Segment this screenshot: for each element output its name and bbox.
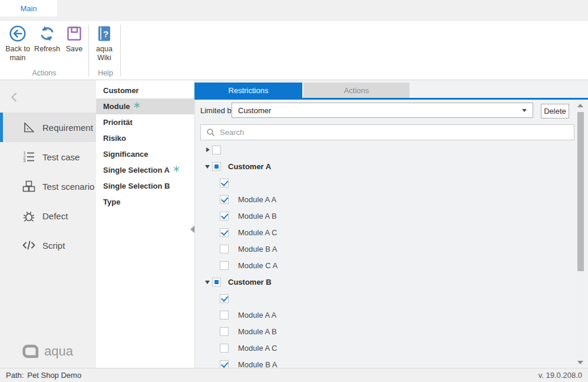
scrollbar-thumb[interactable] <box>577 112 584 271</box>
tree-item-label: Module A B <box>238 212 277 220</box>
tree-row-item-2[interactable] <box>194 174 574 191</box>
tree-row-customer-a[interactable]: Customer A <box>194 158 574 174</box>
field-list: CustomerModulePrioritätRisikoSignificanc… <box>96 80 194 368</box>
expander-icon <box>204 208 220 224</box>
checkbox[interactable] <box>220 179 229 187</box>
checkbox[interactable] <box>220 195 229 204</box>
sidebar-item-test-case[interactable]: 123 Test case <box>0 142 96 172</box>
field-item-priorität[interactable]: Priorität <box>96 114 194 130</box>
expander-icon[interactable] <box>204 274 212 290</box>
field-item-type[interactable]: Type <box>96 194 194 210</box>
field-item-label: Risiko <box>103 134 126 143</box>
sidebar-item-label: Test case <box>42 152 80 162</box>
tab-actions[interactable]: Actions <box>303 83 409 98</box>
vertical-scrollbar[interactable] <box>576 100 584 368</box>
sidebar: Requirement 123 Test case Test scenario … <box>0 80 96 368</box>
expander-icon <box>204 257 220 274</box>
status-path-label: Path: <box>6 371 24 380</box>
aqua-logo-icon <box>21 343 40 360</box>
field-item-label: Single Selection B <box>103 182 170 190</box>
checkbox[interactable] <box>220 228 229 237</box>
field-item-module[interactable]: Module <box>96 98 194 114</box>
tree-row-module-b-a[interactable]: Module B A <box>194 241 574 257</box>
field-item-significance[interactable]: Significance <box>96 146 194 162</box>
required-icon <box>134 102 140 108</box>
ribbon-group-separator <box>88 25 89 77</box>
tab-restrictions[interactable]: Restrictions <box>194 83 302 98</box>
search-input[interactable] <box>220 128 569 137</box>
checkbox[interactable] <box>220 261 229 270</box>
aqua-wiki-button[interactable]: ? aqua Wiki <box>91 25 118 62</box>
checkbox[interactable] <box>220 327 229 336</box>
aqua-wiki-label-line2: Wiki <box>97 54 111 62</box>
expander-icon <box>204 241 220 257</box>
test-scenario-icon <box>22 179 36 193</box>
expander-icon <box>204 323 220 340</box>
field-item-label: Single Selection A <box>103 166 170 174</box>
checkbox[interactable] <box>220 245 229 253</box>
save-button[interactable]: Save <box>61 25 87 54</box>
tree-row-module-b-a[interactable]: Module B A <box>194 356 574 368</box>
tree-row-module-c-a[interactable]: Module C A <box>194 257 574 274</box>
limited-by-combobox[interactable]: Customer <box>232 103 533 118</box>
checkbox[interactable] <box>212 146 221 154</box>
sidebar-item-label: Defect <box>42 211 68 221</box>
field-item-single-selection-b[interactable]: Single Selection B <box>96 178 194 194</box>
expander-icon <box>204 340 220 356</box>
back-to-main-button[interactable]: Back to main <box>1 25 34 62</box>
refresh-button[interactable]: Refresh <box>33 25 61 54</box>
ribbon: Back to main Refresh Save ? aqua Wiki Ac… <box>0 21 588 80</box>
checkbox[interactable] <box>220 212 229 220</box>
search-box[interactable] <box>200 124 574 140</box>
checkbox[interactable] <box>220 311 229 320</box>
sidebar-item-label: Test scenario <box>42 182 94 192</box>
tree-row-module-a-a[interactable]: Module A A <box>194 191 574 208</box>
splitter-collapse-icon[interactable] <box>190 225 195 233</box>
checkbox[interactable] <box>220 344 229 353</box>
scroll-up-icon[interactable] <box>577 104 583 107</box>
svg-text:?: ? <box>103 29 108 39</box>
field-item-label: Significance <box>103 150 148 159</box>
tree-item-label: Module A A <box>238 311 276 320</box>
tree-row-module-a-a[interactable]: Module A A <box>194 307 574 323</box>
expander-icon[interactable] <box>204 141 212 158</box>
limited-by-value: Customer <box>238 106 522 115</box>
svg-text:3: 3 <box>24 159 26 163</box>
expander-icon <box>204 290 220 307</box>
sidebar-collapse-chevron-icon[interactable] <box>11 92 18 104</box>
sidebar-item-requirement[interactable]: Requirement <box>0 113 96 142</box>
expander-icon <box>204 307 220 323</box>
field-item-customer[interactable]: Customer <box>96 83 194 98</box>
save-icon <box>65 25 83 42</box>
field-item-label: Type <box>103 197 120 206</box>
expander-icon <box>204 224 220 241</box>
sidebar-item-script[interactable]: Script <box>0 230 96 260</box>
checkbox[interactable] <box>220 294 229 303</box>
tree-row-module-a-c[interactable]: Module A C <box>194 224 574 241</box>
tree-row-customer-b[interactable]: Customer B <box>194 274 574 290</box>
checkbox[interactable] <box>220 360 229 368</box>
script-icon <box>22 238 36 252</box>
expander-icon[interactable] <box>204 158 212 174</box>
checkbox[interactable] <box>212 278 221 286</box>
field-item-risiko[interactable]: Risiko <box>96 130 194 146</box>
status-path-value: Pet Shop Demo <box>27 371 81 380</box>
tree-row-module-a-c[interactable]: Module A C <box>194 340 574 356</box>
scroll-down-icon[interactable] <box>577 361 583 364</box>
refresh-label: Refresh <box>34 45 60 53</box>
tree-row-item-9[interactable] <box>194 290 574 307</box>
save-label: Save <box>66 45 83 53</box>
tree-row-module-a-b[interactable]: Module A B <box>194 323 574 340</box>
field-item-single-selection-a[interactable]: Single Selection A <box>96 162 194 178</box>
ribbon-group-separator <box>120 25 121 77</box>
tree-row-item-0[interactable] <box>194 141 574 158</box>
refresh-icon <box>38 25 56 42</box>
expander-icon <box>204 174 220 191</box>
sidebar-item-test-scenario[interactable]: Test scenario <box>0 172 96 201</box>
tree-row-module-a-b[interactable]: Module A B <box>194 208 574 224</box>
aqua-logo-text: aqua <box>44 344 73 359</box>
sidebar-item-defect[interactable]: Defect <box>0 201 96 230</box>
ribbon-tab-main[interactable]: Main <box>0 0 57 17</box>
checkbox[interactable] <box>212 162 221 171</box>
delete-button[interactable]: Delete <box>541 104 569 118</box>
